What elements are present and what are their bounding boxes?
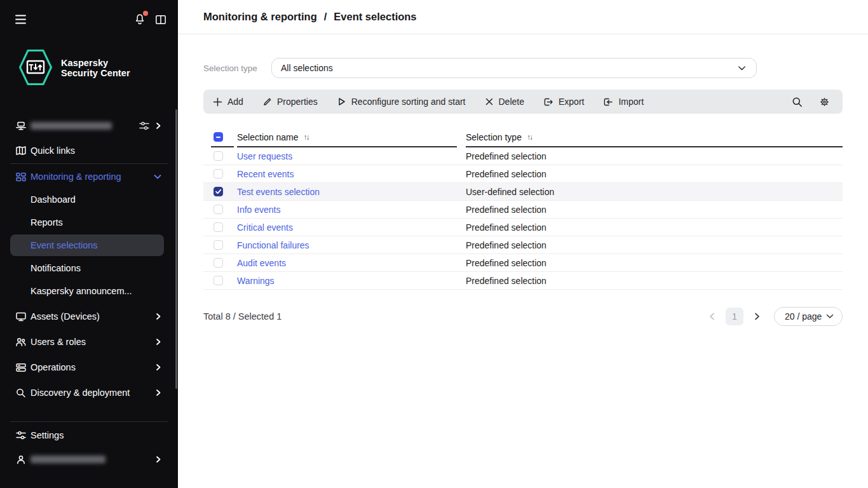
sidebar-item-monitoring-reporting[interactable]: Monitoring & reporting: [0, 165, 178, 188]
column-header-selection-type[interactable]: Selection type ↑↓: [466, 128, 843, 147]
breadcrumb: Monitoring & reporting / Event selection…: [203, 11, 417, 23]
gear-icon[interactable]: [819, 97, 830, 107]
table-row: Critical events Predefined selection: [203, 219, 843, 236]
row-checkbox[interactable]: [214, 169, 223, 179]
documentation-book-icon[interactable]: [155, 15, 166, 25]
server-icon: [15, 120, 27, 132]
properties-button[interactable]: Properties: [262, 97, 318, 107]
import-icon: [603, 97, 613, 107]
selection-name-link[interactable]: Test events selection: [237, 187, 320, 197]
chevron-right-icon: [155, 389, 161, 396]
selection-name-link[interactable]: Info events: [237, 205, 281, 215]
import-button[interactable]: Import: [603, 97, 644, 107]
chevron-down-icon: [738, 65, 746, 71]
sidebar-item-discovery-deployment[interactable]: Discovery & deployment: [0, 381, 178, 404]
sidebar-item-notifications[interactable]: Notifications: [0, 257, 178, 280]
play-icon: [337, 97, 346, 107]
row-checkbox[interactable]: [214, 258, 223, 268]
selection-name-link[interactable]: Functional failures: [237, 240, 309, 250]
pagination: 1 20 / page: [709, 307, 843, 326]
hamburger-menu-icon[interactable]: [15, 15, 26, 24]
sliders-icon: [15, 430, 27, 441]
chevron-right-icon: [155, 122, 161, 130]
kaspersky-logo-icon: [18, 49, 53, 86]
table-row: Warnings Predefined selection: [203, 272, 843, 290]
export-button[interactable]: Export: [543, 97, 584, 107]
table-toolbar: Add Properties Reconfigure sorting and s…: [203, 90, 843, 114]
previous-page-icon[interactable]: [709, 313, 715, 320]
sidebar-item-users-roles[interactable]: Users & roles: [0, 330, 178, 353]
current-page-button[interactable]: 1: [726, 308, 743, 325]
page-size-dropdown[interactable]: 20 / page: [774, 307, 843, 326]
row-checkbox-checked[interactable]: [214, 187, 223, 196]
notification-dot: [143, 11, 148, 16]
table-row-selected: Test events selection User-defined selec…: [203, 183, 843, 201]
selection-type-dropdown[interactable]: All selections: [271, 58, 757, 78]
selection-name-link[interactable]: Critical events: [237, 222, 293, 233]
sidebar-item-operations[interactable]: Operations: [0, 356, 178, 379]
x-icon: [485, 97, 494, 106]
chevron-down-icon: [826, 314, 834, 319]
breadcrumb-current: Event selections: [334, 11, 416, 23]
sidebar-scrollbar[interactable]: [175, 109, 177, 389]
add-button[interactable]: Add: [213, 97, 243, 107]
sidebar-item-assets-devices[interactable]: Assets (Devices): [0, 305, 178, 328]
server-name-redacted: [31, 122, 112, 130]
app-title: Kaspersky Security Center: [61, 58, 130, 78]
sort-icon[interactable]: ↑↓: [527, 133, 532, 142]
sidebar: Kaspersky Security Center Quick links Mo…: [0, 0, 178, 488]
row-checkbox[interactable]: [214, 205, 223, 214]
export-icon: [543, 97, 553, 107]
notifications-bell-icon[interactable]: [134, 13, 146, 25]
delete-button[interactable]: Delete: [485, 97, 524, 107]
row-checkbox[interactable]: [214, 151, 223, 161]
selection-name-link[interactable]: User requests: [237, 151, 292, 161]
plus-icon: [213, 97, 222, 107]
sidebar-item-user-account[interactable]: [0, 448, 178, 471]
dashboard-grid-icon: [15, 171, 27, 182]
map-icon: [15, 145, 27, 156]
row-checkbox[interactable]: [214, 240, 223, 250]
selection-name-link[interactable]: Recent events: [237, 169, 294, 179]
stack-icon: [15, 362, 27, 373]
row-checkbox[interactable]: [214, 222, 223, 232]
table-header-row: Selection name ↑↓ Selection type ↑↓: [203, 128, 843, 147]
selection-name-link[interactable]: Warnings: [237, 276, 275, 286]
select-all-checkbox[interactable]: [214, 132, 223, 142]
sidebar-divider: [10, 421, 168, 422]
sidebar-item-settings[interactable]: Settings: [0, 424, 178, 447]
next-page-icon[interactable]: [754, 313, 760, 320]
server-settings-sliders-icon[interactable]: [139, 121, 150, 131]
app-title-line1: Kaspersky: [61, 58, 130, 68]
breadcrumb-parent[interactable]: Monitoring & reporting: [203, 11, 317, 23]
app-title-line2: Security Center: [61, 68, 130, 78]
search-icon[interactable]: [792, 97, 803, 107]
table-row: Audit events Predefined selection: [203, 254, 843, 272]
sidebar-divider: [10, 163, 168, 164]
main-content: Monitoring & reporting / Event selection…: [178, 0, 868, 488]
pencil-icon: [262, 97, 272, 107]
sidebar-item-reports[interactable]: Reports: [0, 211, 178, 234]
search-icon: [15, 387, 27, 398]
sidebar-item-dashboard[interactable]: Dashboard: [0, 188, 178, 211]
monitor-icon: [15, 311, 27, 322]
table-row: User requests Predefined selection: [203, 147, 843, 165]
selection-type-value: All selections: [281, 63, 333, 73]
chevron-right-icon: [155, 338, 161, 346]
reconfigure-sorting-button[interactable]: Reconfigure sorting and start: [337, 97, 466, 107]
sort-icon[interactable]: ↑↓: [304, 133, 309, 142]
row-checkbox[interactable]: [214, 276, 223, 285]
selection-name-link[interactable]: Audit events: [237, 258, 286, 268]
sidebar-item-administration-server[interactable]: [0, 114, 178, 137]
sidebar-item-event-selections[interactable]: Event selections: [10, 234, 164, 256]
chevron-right-icon: [155, 313, 161, 320]
selection-type-filter: Selection type All selections: [203, 58, 843, 78]
sidebar-item-kaspersky-announcements[interactable]: Kaspersky announcem...: [0, 280, 178, 302]
event-selections-table: Selection name ↑↓ Selection type ↑↓ User…: [203, 128, 843, 290]
page-header: Monitoring & reporting / Event selection…: [178, 0, 868, 34]
breadcrumb-separator: /: [324, 11, 327, 23]
sidebar-item-label: Quick links: [31, 146, 75, 156]
column-header-selection-name[interactable]: Selection name ↑↓: [237, 128, 457, 147]
sidebar-item-quick-links[interactable]: Quick links: [0, 139, 178, 162]
chevron-down-icon: [154, 174, 161, 180]
